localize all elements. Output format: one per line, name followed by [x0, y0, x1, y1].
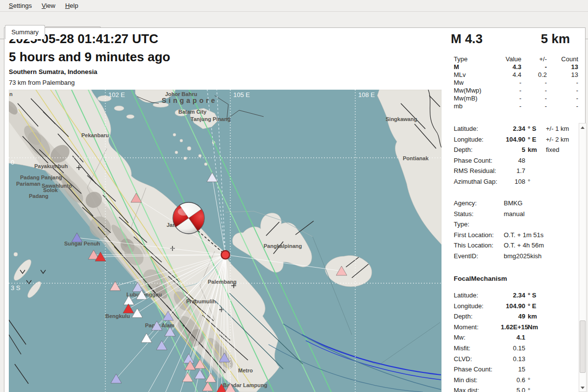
city-label: Pekanbaru: [81, 132, 109, 138]
city-label: Singkawang: [386, 116, 417, 122]
detail-row: Mw:4.1: [454, 332, 580, 343]
event-time-ago: 5 hours and 9 minutes ago: [9, 49, 170, 65]
detail-row: Depth:49km: [454, 311, 580, 322]
magnitude-row-Mw(mB)[interactable]: Mw(mB)---: [454, 95, 578, 102]
detail-row: Moment:1.62E+15Nm: [454, 322, 580, 333]
magnitude-value: M 4.3: [451, 31, 483, 47]
menu-view[interactable]: View: [37, 0, 60, 11]
city-label: Pontianak: [403, 155, 429, 161]
magnitude-row-M[interactable]: M4.3-13: [454, 63, 578, 71]
city-label: Batam City: [178, 109, 207, 115]
city-label: n: [9, 91, 13, 97]
city-label: Padang Panjang: [20, 174, 62, 180]
magnitude-table: TypeValue+/-CountM4.3-13MLv4.40.213Mw---…: [454, 55, 578, 110]
magnitude-table-header: TypeValue+/-Count: [454, 55, 578, 63]
detail-row: Max dist:5.0°: [454, 385, 580, 392]
city-label: Payakumbuh: [34, 163, 68, 169]
city-label: Bengkulu: [105, 313, 130, 319]
detail-row: Latitude:2.34° S: [454, 290, 580, 301]
detail-row: Latitude:2.34° S+/- 1 km: [454, 123, 580, 134]
scroll-down-button[interactable]: [579, 384, 586, 391]
detail-row: Depth:5kmfixed: [454, 145, 580, 155]
event-row: Status:manual: [454, 209, 580, 220]
event-row: This Location:O.T. + 4h 56m: [454, 240, 580, 251]
meridian-label: 102 E: [108, 91, 125, 98]
magnitude-row-Mw(Mwp)[interactable]: Mw(Mwp)---: [454, 87, 578, 95]
epicenter-marker[interactable]: [221, 251, 230, 259]
detail-row: Phase Count:48: [454, 155, 580, 166]
detail-row: CLVD:0.13: [454, 354, 580, 365]
scrollbar[interactable]: [579, 123, 587, 392]
event-details: Agency:BMKGStatus:manualType:First Locat…: [454, 198, 580, 262]
detail-row: Phase Count:15: [454, 364, 580, 375]
scroll-up-button[interactable]: [579, 124, 586, 131]
detail-row: Longitude:104.90° E+/- 2 km: [454, 134, 580, 145]
detail-row: Longitude:104.90° E: [454, 301, 580, 312]
detail-row: Misfit:0.15: [454, 343, 580, 354]
city-label: Singapore: [162, 97, 217, 104]
magnitude-row-MLv[interactable]: MLv4.40.213: [454, 71, 578, 79]
menu-help[interactable]: Help: [60, 0, 83, 11]
parallel-label: 0: [11, 159, 14, 166]
detail-row: Min dist:0.6°: [454, 375, 580, 386]
menu-settings[interactable]: Settings: [4, 0, 37, 11]
event-distance: 73 km from Palembang: [9, 79, 74, 86]
detail-row: RMS Residual:1.7: [454, 166, 580, 176]
event-region: Southern Sumatra, Indonesia: [9, 68, 98, 75]
arrow-down-icon: [581, 387, 585, 389]
event-row: EventID:bmg2025kish: [454, 251, 580, 262]
magnitude-row-mb[interactable]: mb---: [454, 102, 578, 110]
city-label: Pariaman: [16, 181, 41, 187]
event-row: Agency:BMKG: [454, 198, 580, 209]
tab-summary[interactable]: Summary: [5, 25, 45, 39]
menu-bar: SettingsViewHelp: [0, 0, 588, 12]
arrow-up-icon: [581, 126, 585, 129]
meridian-label: 105 E: [233, 91, 250, 98]
magnitude-row-Mw[interactable]: Mw---: [454, 79, 578, 87]
focal-mechanism-heading: FocalMechanism: [454, 275, 507, 282]
event-row: Type:: [454, 219, 580, 230]
event-row: First Location:O.T. + 1m 51s: [454, 230, 580, 241]
event-map[interactable]: 102 E105 E108 E03 SnJohor BahruSingapore…: [9, 90, 441, 392]
depth-value: 5 km: [500, 31, 570, 47]
detail-row: Azimuthal Gap:108°: [454, 176, 580, 187]
city-label: Metro: [238, 368, 253, 373]
focal-mechanism-details: Latitude:2.34° SLongitude:104.90° EDepth…: [454, 290, 580, 392]
city-label: Palembang: [208, 279, 237, 285]
origin-details: Latitude:2.34° S+/- 1 kmLongitude:104.90…: [454, 123, 580, 187]
city-label: Tanjung Pinang: [191, 116, 231, 122]
scroll-thumb[interactable]: [580, 320, 586, 373]
city-label: Solok: [43, 187, 58, 193]
tab-bar: Summary Events (65/66): [0, 12, 588, 27]
city-label: Prabumulih: [186, 298, 216, 304]
city-label: Padang: [29, 193, 49, 199]
parallel-label: 3 S: [11, 284, 21, 292]
meridian-label: 108 E: [358, 91, 375, 98]
city-label: Pangkalpinang: [264, 243, 302, 249]
